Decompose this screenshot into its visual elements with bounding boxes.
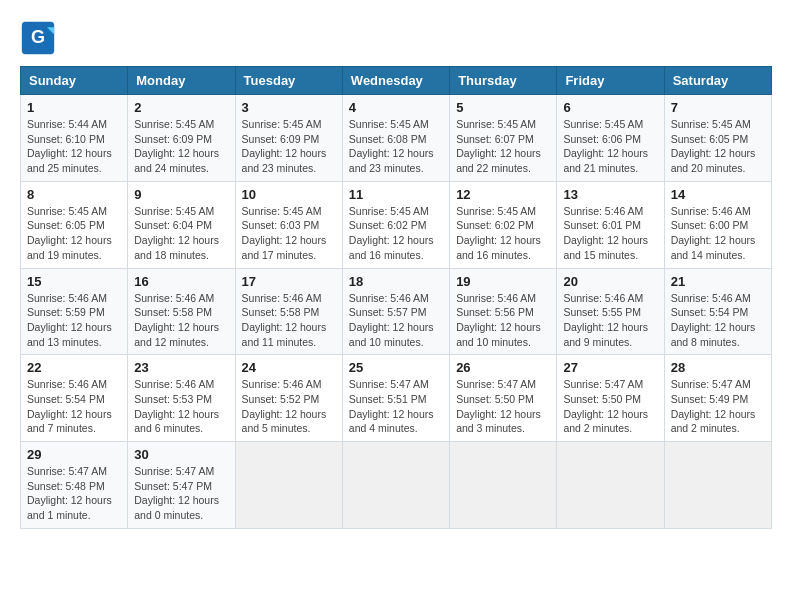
day-number: 5 <box>456 100 550 115</box>
day-number: 18 <box>349 274 443 289</box>
day-number: 27 <box>563 360 657 375</box>
calendar-cell: 25Sunrise: 5:47 AMSunset: 5:51 PMDayligh… <box>342 355 449 442</box>
day-info: Sunrise: 5:46 AMSunset: 6:00 PMDaylight:… <box>671 204 765 263</box>
calendar-cell: 4Sunrise: 5:45 AMSunset: 6:08 PMDaylight… <box>342 95 449 182</box>
day-info: Sunrise: 5:46 AMSunset: 5:54 PMDaylight:… <box>27 377 121 436</box>
day-info: Sunrise: 5:44 AMSunset: 6:10 PMDaylight:… <box>27 117 121 176</box>
day-number: 12 <box>456 187 550 202</box>
calendar-cell: 21Sunrise: 5:46 AMSunset: 5:54 PMDayligh… <box>664 268 771 355</box>
day-number: 25 <box>349 360 443 375</box>
day-number: 22 <box>27 360 121 375</box>
calendar-cell: 9Sunrise: 5:45 AMSunset: 6:04 PMDaylight… <box>128 181 235 268</box>
calendar-cell: 17Sunrise: 5:46 AMSunset: 5:58 PMDayligh… <box>235 268 342 355</box>
calendar-cell: 24Sunrise: 5:46 AMSunset: 5:52 PMDayligh… <box>235 355 342 442</box>
column-header-saturday: Saturday <box>664 67 771 95</box>
day-info: Sunrise: 5:46 AMSunset: 5:53 PMDaylight:… <box>134 377 228 436</box>
day-number: 15 <box>27 274 121 289</box>
day-number: 2 <box>134 100 228 115</box>
calendar-cell: 20Sunrise: 5:46 AMSunset: 5:55 PMDayligh… <box>557 268 664 355</box>
calendar-cell: 30Sunrise: 5:47 AMSunset: 5:47 PMDayligh… <box>128 442 235 529</box>
day-info: Sunrise: 5:45 AMSunset: 6:02 PMDaylight:… <box>456 204 550 263</box>
column-header-sunday: Sunday <box>21 67 128 95</box>
day-info: Sunrise: 5:45 AMSunset: 6:06 PMDaylight:… <box>563 117 657 176</box>
calendar-cell: 10Sunrise: 5:45 AMSunset: 6:03 PMDayligh… <box>235 181 342 268</box>
day-info: Sunrise: 5:45 AMSunset: 6:04 PMDaylight:… <box>134 204 228 263</box>
day-number: 19 <box>456 274 550 289</box>
calendar-cell: 15Sunrise: 5:46 AMSunset: 5:59 PMDayligh… <box>21 268 128 355</box>
calendar-cell: 14Sunrise: 5:46 AMSunset: 6:00 PMDayligh… <box>664 181 771 268</box>
calendar-cell <box>557 442 664 529</box>
day-info: Sunrise: 5:46 AMSunset: 5:55 PMDaylight:… <box>563 291 657 350</box>
calendar-week-5: 29Sunrise: 5:47 AMSunset: 5:48 PMDayligh… <box>21 442 772 529</box>
day-info: Sunrise: 5:45 AMSunset: 6:02 PMDaylight:… <box>349 204 443 263</box>
calendar-cell: 6Sunrise: 5:45 AMSunset: 6:06 PMDaylight… <box>557 95 664 182</box>
day-number: 21 <box>671 274 765 289</box>
calendar-cell: 3Sunrise: 5:45 AMSunset: 6:09 PMDaylight… <box>235 95 342 182</box>
calendar-header-row: SundayMondayTuesdayWednesdayThursdayFrid… <box>21 67 772 95</box>
calendar-cell: 27Sunrise: 5:47 AMSunset: 5:50 PMDayligh… <box>557 355 664 442</box>
calendar-cell: 29Sunrise: 5:47 AMSunset: 5:48 PMDayligh… <box>21 442 128 529</box>
calendar-week-4: 22Sunrise: 5:46 AMSunset: 5:54 PMDayligh… <box>21 355 772 442</box>
calendar-cell <box>342 442 449 529</box>
calendar-week-1: 1Sunrise: 5:44 AMSunset: 6:10 PMDaylight… <box>21 95 772 182</box>
logo-icon: G <box>20 20 56 56</box>
calendar-week-2: 8Sunrise: 5:45 AMSunset: 6:05 PMDaylight… <box>21 181 772 268</box>
day-info: Sunrise: 5:46 AMSunset: 5:58 PMDaylight:… <box>134 291 228 350</box>
day-number: 1 <box>27 100 121 115</box>
calendar-cell: 13Sunrise: 5:46 AMSunset: 6:01 PMDayligh… <box>557 181 664 268</box>
day-number: 14 <box>671 187 765 202</box>
day-number: 20 <box>563 274 657 289</box>
day-info: Sunrise: 5:45 AMSunset: 6:03 PMDaylight:… <box>242 204 336 263</box>
calendar-cell: 18Sunrise: 5:46 AMSunset: 5:57 PMDayligh… <box>342 268 449 355</box>
day-number: 30 <box>134 447 228 462</box>
day-info: Sunrise: 5:45 AMSunset: 6:07 PMDaylight:… <box>456 117 550 176</box>
day-info: Sunrise: 5:47 AMSunset: 5:51 PMDaylight:… <box>349 377 443 436</box>
day-number: 11 <box>349 187 443 202</box>
day-info: Sunrise: 5:47 AMSunset: 5:50 PMDaylight:… <box>456 377 550 436</box>
day-info: Sunrise: 5:46 AMSunset: 5:58 PMDaylight:… <box>242 291 336 350</box>
day-info: Sunrise: 5:47 AMSunset: 5:48 PMDaylight:… <box>27 464 121 523</box>
calendar-cell: 22Sunrise: 5:46 AMSunset: 5:54 PMDayligh… <box>21 355 128 442</box>
calendar-cell: 11Sunrise: 5:45 AMSunset: 6:02 PMDayligh… <box>342 181 449 268</box>
day-info: Sunrise: 5:46 AMSunset: 5:54 PMDaylight:… <box>671 291 765 350</box>
day-number: 9 <box>134 187 228 202</box>
column-header-friday: Friday <box>557 67 664 95</box>
day-number: 28 <box>671 360 765 375</box>
day-number: 7 <box>671 100 765 115</box>
day-info: Sunrise: 5:47 AMSunset: 5:50 PMDaylight:… <box>563 377 657 436</box>
calendar-cell: 2Sunrise: 5:45 AMSunset: 6:09 PMDaylight… <box>128 95 235 182</box>
calendar-cell: 28Sunrise: 5:47 AMSunset: 5:49 PMDayligh… <box>664 355 771 442</box>
day-number: 3 <box>242 100 336 115</box>
column-header-monday: Monday <box>128 67 235 95</box>
calendar-cell: 5Sunrise: 5:45 AMSunset: 6:07 PMDaylight… <box>450 95 557 182</box>
day-info: Sunrise: 5:46 AMSunset: 5:52 PMDaylight:… <box>242 377 336 436</box>
day-number: 6 <box>563 100 657 115</box>
column-header-tuesday: Tuesday <box>235 67 342 95</box>
column-header-thursday: Thursday <box>450 67 557 95</box>
day-number: 24 <box>242 360 336 375</box>
day-info: Sunrise: 5:45 AMSunset: 6:05 PMDaylight:… <box>27 204 121 263</box>
day-number: 16 <box>134 274 228 289</box>
day-number: 13 <box>563 187 657 202</box>
day-number: 4 <box>349 100 443 115</box>
day-info: Sunrise: 5:46 AMSunset: 5:57 PMDaylight:… <box>349 291 443 350</box>
svg-text:G: G <box>31 27 45 47</box>
day-info: Sunrise: 5:45 AMSunset: 6:08 PMDaylight:… <box>349 117 443 176</box>
calendar-cell: 1Sunrise: 5:44 AMSunset: 6:10 PMDaylight… <box>21 95 128 182</box>
calendar-cell: 19Sunrise: 5:46 AMSunset: 5:56 PMDayligh… <box>450 268 557 355</box>
day-number: 17 <box>242 274 336 289</box>
column-header-wednesday: Wednesday <box>342 67 449 95</box>
day-number: 23 <box>134 360 228 375</box>
calendar-cell: 23Sunrise: 5:46 AMSunset: 5:53 PMDayligh… <box>128 355 235 442</box>
calendar-cell: 26Sunrise: 5:47 AMSunset: 5:50 PMDayligh… <box>450 355 557 442</box>
calendar-cell: 7Sunrise: 5:45 AMSunset: 6:05 PMDaylight… <box>664 95 771 182</box>
calendar-cell <box>450 442 557 529</box>
day-info: Sunrise: 5:45 AMSunset: 6:09 PMDaylight:… <box>134 117 228 176</box>
logo: G <box>20 20 60 56</box>
day-info: Sunrise: 5:47 AMSunset: 5:47 PMDaylight:… <box>134 464 228 523</box>
day-info: Sunrise: 5:45 AMSunset: 6:05 PMDaylight:… <box>671 117 765 176</box>
day-number: 29 <box>27 447 121 462</box>
day-info: Sunrise: 5:46 AMSunset: 6:01 PMDaylight:… <box>563 204 657 263</box>
day-info: Sunrise: 5:46 AMSunset: 5:56 PMDaylight:… <box>456 291 550 350</box>
calendar-cell <box>664 442 771 529</box>
